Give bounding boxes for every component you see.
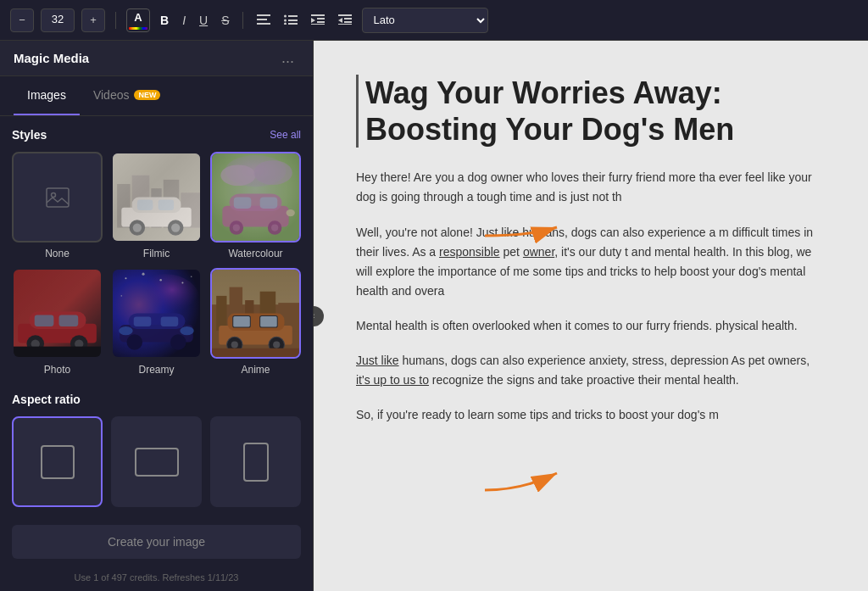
style-thumbnail-watercolour [210, 152, 301, 243]
svg-rect-14 [338, 14, 352, 16]
color-picker-btn[interactable]: A [126, 8, 150, 32]
style-item-dreamy[interactable]: Dreamy [111, 268, 202, 376]
svg-rect-11 [317, 18, 325, 20]
style-item-filmic[interactable]: Filmic [111, 152, 202, 259]
credits-info: Use 1 of 497 credits. Refreshes 1/11/23 [0, 567, 313, 591]
tab-videos[interactable]: Videos NEW [80, 76, 175, 115]
svg-point-37 [220, 164, 255, 186]
toolbar-plus-btn[interactable]: + [81, 8, 105, 32]
underline-its-up: it's up to us to [356, 373, 429, 387]
tab-videos-label: Videos [93, 88, 130, 102]
svg-rect-51 [35, 315, 54, 326]
svg-point-88 [273, 341, 280, 348]
svg-marker-15 [338, 18, 342, 23]
style-label-anime: Anime [241, 364, 270, 376]
aspect-landscape-icon [135, 448, 179, 477]
style-thumbnail-dreamy [111, 268, 202, 359]
filmic-image [113, 153, 200, 241]
style-thumbnail-filmic [111, 152, 202, 243]
create-image-btn[interactable]: Create your image [12, 525, 301, 559]
article-title: Wag Your Worries Away: Boosting Your Dog… [356, 75, 826, 148]
svg-rect-29 [137, 200, 153, 210]
italic-btn[interactable]: I [179, 12, 189, 29]
aspect-square-icon [41, 445, 75, 479]
svg-point-7 [284, 22, 287, 25]
sidebar-toggle-btn[interactable]: ‹ [314, 306, 324, 326]
article-body: Hey there! Are you a dog owner who loves… [356, 168, 826, 425]
svg-rect-4 [288, 15, 298, 17]
svg-point-5 [284, 19, 287, 21]
sidebar-menu-btn[interactable]: ... [276, 47, 299, 69]
strikethrough-btn[interactable]: S [218, 12, 232, 29]
color-indicator [129, 27, 147, 30]
styles-grid: None [12, 152, 301, 376]
svg-rect-18 [338, 24, 352, 25]
svg-point-44 [233, 224, 240, 231]
bold-btn[interactable]: B [157, 12, 172, 29]
style-item-anime[interactable]: Anime [210, 268, 301, 376]
underline-just-like: Just like [356, 354, 399, 367]
svg-rect-13 [311, 24, 325, 25]
photo-image [14, 270, 101, 357]
indent-btn[interactable] [308, 12, 328, 29]
aspect-portrait-icon [243, 443, 269, 482]
outdent-btn[interactable] [335, 12, 355, 29]
styles-title: Styles [12, 128, 47, 142]
svg-point-73 [170, 334, 186, 350]
svg-point-64 [159, 279, 161, 281]
svg-point-34 [171, 223, 180, 231]
svg-rect-30 [159, 200, 175, 210]
article-para-5: So, if you're ready to learn some tips a… [356, 405, 826, 425]
article-para-1: Hey there! Are you a dog owner who loves… [356, 168, 826, 207]
tab-images-label: Images [27, 88, 66, 102]
underline-owner: owner [523, 245, 554, 259]
svg-rect-2 [257, 23, 270, 25]
underline-responsible: responsible [439, 245, 500, 259]
svg-point-62 [181, 282, 183, 283]
aspect-square[interactable] [12, 416, 103, 507]
article-para-2: Well, you're not alone! Just like humans… [356, 223, 826, 301]
filmic-car-svg [113, 153, 200, 241]
style-item-none[interactable]: None [12, 152, 103, 259]
font-selector[interactable]: Lato Arial Times New Roman [362, 8, 488, 33]
style-item-photo[interactable]: Photo [12, 268, 103, 376]
svg-rect-0 [257, 14, 270, 16]
styles-header: Styles See all [12, 128, 301, 142]
tab-images[interactable]: Images [14, 76, 80, 115]
aspect-section: Aspect ratio [12, 393, 301, 516]
svg-rect-8 [288, 23, 298, 25]
svg-rect-89 [212, 348, 299, 357]
aspect-landscape[interactable] [111, 416, 202, 507]
svg-point-20 [51, 192, 55, 197]
see-all-link[interactable]: See all [270, 129, 301, 141]
svg-point-47 [287, 209, 295, 216]
font-size-display: 32 [41, 8, 75, 32]
svg-rect-83 [233, 316, 251, 327]
toolbar: − 32 + A B I U S Lato Arial Times New Ro… [0, 0, 868, 41]
svg-marker-10 [311, 18, 315, 23]
image-placeholder-icon [44, 184, 71, 211]
svg-rect-84 [260, 316, 278, 327]
align-left-btn[interactable] [253, 12, 274, 29]
toolbar-minus-btn[interactable]: − [10, 8, 34, 32]
svg-point-63 [191, 276, 192, 277]
bullet-list-btn[interactable] [281, 12, 301, 29]
svg-point-68 [119, 326, 132, 335]
app-title: Magic Media [14, 51, 89, 65]
svg-rect-9 [311, 14, 325, 16]
svg-point-72 [126, 334, 142, 350]
style-item-watercolour[interactable]: Watercolour [210, 152, 301, 259]
svg-point-32 [133, 223, 142, 231]
aspect-header: Aspect ratio [12, 393, 301, 406]
article-para-4: Just like humans, dogs can also experien… [356, 351, 826, 390]
underline-btn[interactable]: U [196, 12, 211, 29]
svg-point-3 [284, 14, 287, 17]
divider-1 [115, 12, 116, 29]
styles-section: Styles See all None [0, 116, 313, 516]
style-label-filmic: Filmic [143, 248, 170, 259]
aspect-portrait[interactable] [210, 416, 301, 507]
watercolour-image [212, 153, 299, 241]
divider-2 [242, 12, 243, 29]
svg-rect-71 [161, 317, 179, 326]
svg-point-86 [231, 341, 238, 348]
